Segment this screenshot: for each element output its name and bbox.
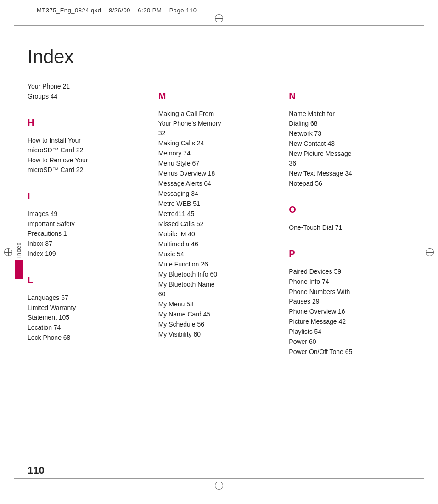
entry-limited-warranty: Limited WarrantyStatement 105	[28, 303, 149, 322]
section-n: N	[289, 89, 410, 103]
entry-message-alerts: Message Alerts 64	[158, 179, 280, 188]
column-2: M Making a Call FromYour Phone's Memory3…	[158, 82, 289, 357]
entry-name-match: Name Match forDialing 68	[289, 109, 410, 128]
entry-location: Location 74	[28, 323, 149, 332]
reg-mark-top	[214, 14, 224, 23]
filename: MT375_Eng_0824.qxd	[37, 7, 101, 14]
header-page: Page 110	[169, 7, 197, 14]
entry-notepad: Notepad 56	[289, 179, 410, 188]
column-3: N Name Match forDialing 68 Network 73 Ne…	[289, 82, 410, 357]
entry-playlists: Playlists 54	[289, 327, 410, 337]
entry-my-schedule: My Schedule 56	[158, 320, 280, 329]
page-border-top	[14, 25, 424, 26]
entry-new-contact: New Contact 43	[289, 139, 410, 149]
entry-paired-devices: Paired Devices 59	[289, 267, 410, 277]
entry-making-call-from: Making a Call FromYour Phone's Memory32	[158, 109, 280, 138]
section-i: I	[28, 189, 149, 203]
entry-music: Music 54	[158, 249, 280, 259]
sidebar-label: Index	[16, 242, 22, 258]
entry-mute-function: Mute Function 26	[158, 260, 280, 269]
entry-lock-phone: Lock Phone 68	[28, 333, 149, 343]
main-content: Index Your Phone 21 Groups 44 H How to I…	[28, 46, 410, 467]
reg-mark-bottom	[214, 481, 224, 490]
column-1: Your Phone 21 Groups 44 H How to Install…	[28, 82, 158, 357]
entry-my-visibility: My Visibility 60	[158, 330, 280, 339]
header-time: 6:20 PM	[138, 7, 162, 14]
entry-missed-calls: Missed Calls 52	[158, 219, 280, 229]
reg-mark-left	[4, 248, 13, 257]
entry-index: Index 109	[28, 249, 149, 259]
entry-how-remove: How to Remove YourmicroSD™ Card 22	[28, 155, 149, 175]
entry-your-phone: Your Phone 21	[28, 82, 149, 91]
entry-groups: Groups 44	[28, 92, 149, 101]
entry-power: Power 60	[289, 337, 410, 347]
divider-l	[28, 289, 149, 289]
sidebar-tab: Index	[15, 242, 23, 279]
entry-new-picture-msg: New Picture Message36	[289, 149, 410, 168]
section-l: L	[28, 273, 149, 287]
section-m: M	[158, 89, 280, 103]
divider-p	[289, 263, 410, 263]
reg-mark-right	[425, 248, 434, 257]
entry-network: Network 73	[289, 129, 410, 138]
entry-phone-overview: Phone Overview 16	[289, 307, 410, 316]
header-date: 8/26/09	[109, 7, 130, 14]
file-header: MT375_Eng_0824.qxd 8/26/09 6:20 PM Page …	[37, 7, 197, 14]
index-columns: Your Phone 21 Groups 44 H How to Install…	[28, 82, 410, 357]
entry-one-touch-dial: One-Touch Dial 71	[289, 223, 410, 233]
entry-power-on-off: Power On/Off Tone 65	[289, 347, 410, 357]
section-p: P	[289, 247, 410, 261]
page-title: Index	[28, 46, 410, 68]
divider-i	[28, 205, 149, 205]
entry-memory: Memory 74	[158, 149, 280, 158]
entry-my-menu: My Menu 58	[158, 299, 280, 309]
page-border-bottom	[14, 478, 424, 479]
entry-inbox: Inbox 37	[28, 239, 149, 249]
entry-phone-info: Phone Info 74	[289, 277, 410, 287]
entry-my-bt-name: My Bluetooth Name60	[158, 280, 280, 299]
entry-picture-message: Picture Message 42	[289, 317, 410, 327]
section-o: O	[289, 203, 410, 217]
divider-o	[289, 219, 410, 219]
entry-new-text-msg: New Text Message 34	[289, 169, 410, 178]
section-h: H	[28, 116, 149, 130]
page-number: 110	[28, 465, 45, 476]
entry-phone-numbers: Phone Numbers WithPauses 29	[289, 287, 410, 306]
divider-m	[158, 105, 280, 105]
entry-making-calls: Making Calls 24	[158, 138, 280, 148]
sidebar-bar	[15, 260, 23, 279]
entry-my-bt-info: My Bluetooth Info 60	[158, 270, 280, 279]
entry-images: Images 49	[28, 209, 149, 219]
entry-metro411: Metro411 45	[158, 209, 280, 219]
entry-messaging: Messaging 34	[158, 189, 280, 199]
page-border-left	[14, 25, 14, 479]
entry-multimedia: Multimedia 46	[158, 239, 280, 249]
entry-menu-style: Menu Style 67	[158, 159, 280, 168]
entry-languages: Languages 67	[28, 293, 149, 303]
entry-how-install: How to Install YourmicroSD™ Card 22	[28, 136, 149, 155]
divider-h	[28, 132, 149, 132]
entry-menus-overview: Menus Overview 18	[158, 169, 280, 178]
entry-important-safety: Important SafetyPrecautions 1	[28, 219, 149, 238]
entry-metro-web: Metro WEB 51	[158, 199, 280, 209]
entry-mobile-im: Mobile IM 40	[158, 229, 280, 239]
page-border-right	[424, 25, 424, 479]
entry-my-name-card: My Name Card 45	[158, 310, 280, 319]
divider-n	[289, 105, 410, 105]
